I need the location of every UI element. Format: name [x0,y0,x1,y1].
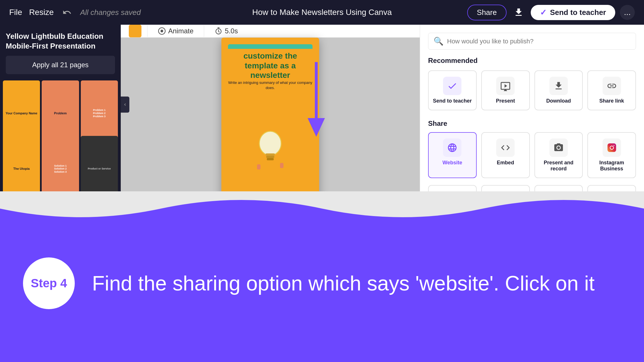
slide-6-text: Product or Service [87,166,112,172]
slide-thumbnail[interactable]: The Utopia [3,136,40,191]
share-facebook[interactable]: Facebook [428,185,477,191]
embed-icon [496,138,515,157]
svg-rect-8 [257,164,260,170]
canvas-toolbar: Animate 5.0s [121,25,420,38]
recommended-section-title: Recommended [428,57,636,65]
share-more[interactable]: ... [587,185,636,191]
instagram-label: Instagram Business [591,160,632,172]
step-circle: Step 4 [23,257,75,309]
canvas-area: Animate 5.0s customize the template as a… [121,25,420,191]
download-label: Download [546,98,571,104]
recommended-options: Send to teacher Present Download [428,70,636,110]
slide-headline: customize the template as a newsletter [228,51,313,80]
option-present[interactable]: Present [481,70,530,110]
svg-rect-4 [266,153,275,156]
search-icon: 🔍 [434,36,444,46]
send-teacher-label: Send to teacher [433,98,472,104]
slides-panel: Your Company Name Problem Problem 1Probl… [0,79,121,191]
slide-subtext: Write an intriguing summary of what your… [228,80,313,90]
share-instagram[interactable]: Instagram Business [587,132,636,178]
svg-rect-13 [607,143,616,152]
share-present-record[interactable]: Present and record [534,132,583,178]
publish-search-input[interactable] [447,38,630,45]
saved-status: All changes saved [80,8,141,17]
svg-rect-6 [267,158,274,160]
wave-top [0,191,644,226]
svg-rect-10 [280,163,283,168]
apply-all-button[interactable]: Apply all 21 pages [6,56,115,74]
timer-button[interactable]: 5.0s [210,25,242,37]
svg-point-1 [160,30,163,32]
website-icon [443,138,461,157]
slide-3-text: Problem 1Problem 2Problem 3 [92,107,107,119]
download-icon [549,77,568,95]
svg-point-15 [614,145,614,146]
download-icon-button[interactable] [511,5,526,20]
option-share-link[interactable]: Share link [587,70,636,110]
sidebar-collapse-button[interactable] [121,97,129,113]
more-options-button[interactable]: ... [620,5,635,20]
file-menu[interactable]: File [9,8,22,17]
slide-preview: customize the template as a newsletter W… [221,38,319,211]
sidebar-header: Yellow Lightbulb Education Mobile-First … [0,25,121,56]
share-link-icon [603,77,621,95]
bottom-description: Find the sharing option which says 'webs… [92,270,595,296]
instagram-icon [603,138,621,157]
svg-point-7 [256,160,261,164]
color-swatch[interactable] [129,25,141,37]
share-link-label: Share link [599,98,624,104]
embed-label: Embed [497,160,514,166]
share-embed[interactable]: Embed [481,132,530,178]
social-options: Facebook Twitter Email [428,185,636,191]
topbar-right: Share ✓ Send to teacher ... [467,5,635,20]
svg-point-12 [557,146,560,149]
share-twitter[interactable]: Twitter [481,185,530,191]
svg-marker-11 [505,84,507,88]
slide-1-text: Your Company Name [4,110,38,116]
canvas-content[interactable]: customize the template as a newsletter W… [121,38,420,211]
slide-4-text: The Utopia [12,166,31,172]
publish-search-container: 🔍 [428,33,636,50]
topbar: File Resize All changes saved How to Mak… [0,0,644,25]
topbar-left: File Resize All changes saved [9,6,141,19]
option-download[interactable]: Download [534,70,583,110]
slide-2-text: Problem [53,110,68,116]
resize-menu[interactable]: Resize [29,8,54,17]
slide-thumbnail[interactable]: Solution 1Solution 2Solution 3 [42,136,79,191]
share-email[interactable]: Email [534,185,583,191]
present-icon [496,77,515,95]
svg-rect-5 [266,156,274,158]
svg-point-9 [279,158,284,163]
present-label: Present [496,98,515,104]
undo-button[interactable] [61,6,73,19]
present-record-label: Present and record [538,160,579,172]
share-button[interactable]: Share [467,5,507,20]
bottom-section: Step 4 Find the sharing option which say… [0,191,644,362]
send-to-teacher-button[interactable]: ✓ Send to teacher [531,5,615,20]
publish-panel: 🔍 Recommended Send to teacher Present [420,25,644,191]
social-row: Facebook Twitter Email [428,185,636,191]
send-teacher-icon [443,77,461,95]
check-circle-icon: ✓ [540,8,547,17]
svg-point-3 [259,131,281,155]
share-options: Website Embed Present and record [428,132,636,178]
animate-button[interactable]: Animate [153,25,198,37]
template-title: Yellow Lightbulb Education Mobile-First … [6,32,115,51]
share-section-title: Share [428,120,636,128]
share-website[interactable]: Website [428,132,477,178]
slide-thumbnail[interactable]: Product or Service [81,136,118,191]
option-send-to-teacher[interactable]: Send to teacher [428,70,477,110]
website-label: Website [442,160,462,166]
step-label: Step 4 [31,276,67,290]
sidebar: Yellow Lightbulb Education Mobile-First … [0,25,121,191]
document-title[interactable]: How to Make Newsletters Using Canva [252,8,392,17]
present-record-icon [549,138,568,157]
slide-5-text: Solution 1Solution 2Solution 3 [53,163,68,175]
